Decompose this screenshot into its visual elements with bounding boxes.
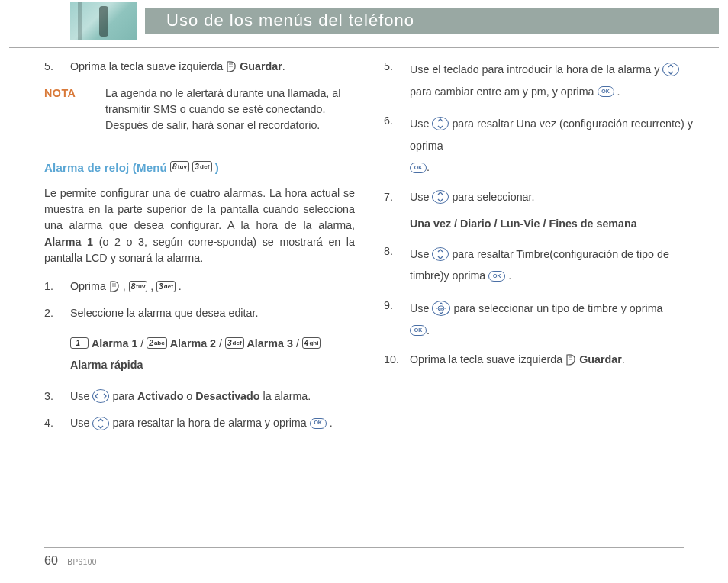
list-item: 8. Use para resaltar Timbre(configuració… [384, 243, 694, 287]
list-item: 5. Oprima la tecla suave izquierda Guard… [44, 59, 355, 75]
nav-leftright-icon [92, 389, 109, 403]
list-item: 7. Use para seleccionar. [384, 189, 694, 205]
step-text: Seleccione la alarma que desea editar. [70, 305, 355, 321]
softkey-left-icon [109, 280, 120, 292]
left-column: 5. Oprima la tecla suave izquierda Guard… [44, 59, 355, 443]
list-item: 4. Use para resaltar la hora de alarma y… [44, 415, 355, 431]
step-number: 4. [44, 415, 70, 431]
step-text: Use para seleccionar. [410, 189, 694, 205]
svg-text:OK: OK [439, 307, 443, 311]
step-number: 3. [44, 388, 70, 404]
step-number: 10. [384, 352, 410, 368]
step-number: 7. [384, 189, 410, 205]
step-number: 1. [44, 279, 70, 295]
ok-button-icon: OK [310, 418, 327, 429]
ok-button-icon: OK [488, 271, 505, 282]
nav-all-ok-icon: OK [432, 301, 450, 316]
model-label: BP6100 [67, 558, 97, 566]
right-column: 5. Use el teclado para introducir la hor… [384, 59, 705, 443]
list-item: 3. Use para Activado o Desactivado la al… [44, 388, 355, 404]
page-title: Uso de los menús del teléfono [166, 11, 414, 31]
step-text: Use para resaltar la hora de alarma y op… [70, 415, 355, 431]
list-item: 9. Use OK para seleccionar un tipo de ti… [384, 298, 694, 341]
key-2-icon: 2abc [147, 337, 166, 349]
key-8-icon: 8tuv [170, 161, 189, 172]
ok-button-icon: OK [410, 163, 427, 173]
step-text: Use para resaltar Timbre(configuración d… [410, 243, 694, 287]
recurrence-options: Una vez / Diario / Lun-Vie / Fines de se… [410, 216, 694, 232]
step-text: Use para Activado o Desactivado la alarm… [70, 388, 355, 404]
softkey-left-icon [226, 60, 237, 72]
list-item: 5. Use el teclado para introducir la hor… [384, 59, 694, 102]
step-text: Oprima la tecla suave izquierda Guardar. [410, 352, 694, 368]
alarm-options: 1 Alarma 1 / 2abc Alarma 2 / 3def Alarma… [70, 333, 355, 376]
page-footer: 60 BP6100 [0, 547, 728, 568]
list-item: 6. Use para resaltar Una vez (configurac… [384, 113, 694, 179]
content-columns: 5. Oprima la tecla suave izquierda Guard… [0, 59, 728, 443]
key-3-icon: 3def [225, 337, 244, 349]
nav-updown-icon [92, 417, 109, 430]
page-number: 60 [44, 554, 58, 567]
step-text: Oprima , 8tuv , 3def . [70, 279, 355, 295]
step-number: 5. [384, 59, 410, 75]
nav-updown-icon [432, 190, 449, 204]
note-label: NOTA [44, 85, 105, 101]
title-strip: Uso de los menús del teléfono [145, 8, 719, 34]
ok-button-icon: OK [598, 86, 614, 97]
key-4-icon: 4ghi [302, 337, 321, 349]
step-number: 2. [44, 305, 70, 321]
key-3-icon: 3def [192, 161, 211, 172]
step-text: Use OK para seleccionar un tipo de timbr… [410, 298, 694, 341]
nav-updown-icon [432, 117, 449, 130]
section-intro: Le permite configurar una de cuatro alar… [44, 185, 355, 266]
step-text: Use para resaltar Una vez (configuración… [410, 113, 694, 179]
note-text: La agenda no le alertará durante una lla… [105, 85, 355, 133]
step-text: Oprima la tecla suave izquierda Guardar. [70, 59, 355, 75]
step-number: 8. [384, 243, 410, 259]
header-rule [9, 47, 719, 48]
footer-line: 60 BP6100 [44, 547, 684, 568]
nav-updown-icon [662, 63, 679, 76]
ok-button-icon: OK [410, 325, 427, 336]
key-1-icon: 1 [70, 337, 89, 349]
header-band: Uso de los menús del teléfono [0, 0, 728, 41]
softkey-left-icon [565, 353, 576, 366]
section-heading: Alarma de reloj (Menú 8tuv 3def ) [44, 159, 355, 177]
step-text: Use el teclado para introducir la hora d… [410, 59, 694, 102]
nav-updown-icon [432, 247, 449, 261]
list-item: 1. Oprima , 8tuv , 3def . [44, 279, 355, 295]
key-3-icon: 3def [156, 281, 176, 292]
header-photo [70, 2, 137, 40]
list-item: 10. Oprima la tecla suave izquierda Guar… [384, 352, 694, 368]
step-number: 5. [44, 59, 70, 75]
note-block: NOTA La agenda no le alertará durante un… [44, 85, 355, 133]
key-8-icon: 8tuv [129, 281, 148, 292]
list-item: 2. Seleccione la alarma que desea editar… [44, 305, 355, 321]
step-number: 6. [384, 113, 410, 129]
step-number: 9. [384, 298, 410, 314]
